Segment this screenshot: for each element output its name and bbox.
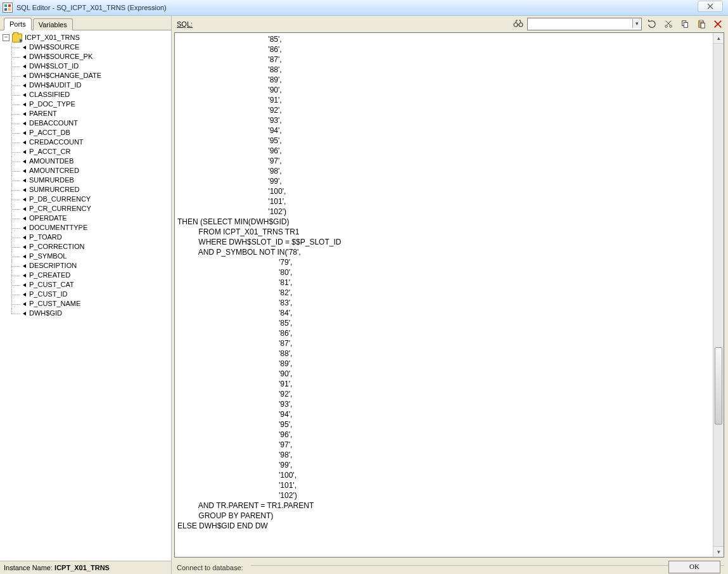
port-arrow-icon — [23, 226, 26, 230]
port-arrow-icon — [23, 141, 26, 144]
port-arrow-icon — [23, 217, 26, 220]
port-label: AMOUNTCRED — [23, 167, 79, 174]
port-label: CREDACCOUNT — [23, 138, 84, 146]
port-label: P_CUST_NAME — [23, 300, 80, 307]
left-pane: Ports Variables − ICPT_X01_TRNS DWH$SOUR… — [0, 16, 172, 574]
port-label: P_ACCT_DB — [23, 129, 70, 136]
scroll-thumb[interactable] — [715, 347, 722, 424]
port-item[interactable]: P_ACCT_CR — [6, 147, 170, 156]
port-arrow-icon — [23, 150, 26, 154]
port-arrow-icon — [23, 46, 26, 49]
scissors-icon — [664, 20, 673, 29]
scroll-up-button[interactable]: ▴ — [713, 33, 724, 44]
port-arrow-icon — [23, 112, 26, 116]
undo-button[interactable] — [646, 18, 658, 30]
port-item[interactable]: P_CR_CURRENCY — [6, 204, 170, 214]
tree-root[interactable]: − ICPT_X01_TRNS — [1, 33, 170, 42]
port-item[interactable]: AMOUNTDEB — [6, 156, 170, 166]
binoculars-icon[interactable] — [513, 20, 523, 29]
port-arrow-icon — [23, 198, 26, 201]
window-close-button[interactable] — [698, 1, 723, 12]
port-arrow-icon — [23, 245, 26, 249]
right-pane: SQL: ▾ — [172, 16, 728, 574]
scroll-down-button[interactable]: ▾ — [713, 546, 724, 557]
port-arrow-icon — [23, 274, 26, 277]
port-arrow-icon — [23, 84, 26, 87]
port-item[interactable]: DWH$AUDIT_ID — [6, 80, 170, 90]
port-item[interactable]: SUMRURCRED — [6, 185, 170, 195]
tab-ports[interactable]: Ports — [4, 18, 32, 30]
svg-rect-16 — [699, 20, 702, 22]
find-input[interactable] — [527, 18, 642, 30]
port-label: SUMRURDEB — [23, 176, 74, 184]
port-arrow-icon — [23, 55, 26, 59]
port-item[interactable]: P_ACCT_DB — [6, 128, 170, 137]
port-item[interactable]: DOCUMENTTYPE — [6, 223, 170, 233]
port-item[interactable]: P_CUST_NAME — [6, 299, 170, 309]
port-label: DWH$GID — [23, 309, 62, 317]
cut-button[interactable] — [662, 18, 675, 30]
port-arrow-icon — [23, 207, 26, 211]
port-item[interactable]: P_CUST_ID — [6, 290, 170, 299]
port-item[interactable]: DWH$GID — [6, 309, 170, 318]
port-item[interactable]: DEBACCOUNT — [6, 118, 170, 128]
copy-icon — [680, 20, 689, 29]
port-item[interactable]: SUMRURDEB — [6, 175, 170, 185]
port-arrow-icon — [23, 236, 26, 239]
port-label: AMOUNTDEB — [23, 157, 73, 165]
svg-point-10 — [670, 25, 672, 28]
titlebar: SQL Editor - SQ_ICPT_X01_TRNS (Expressio… — [0, 0, 728, 16]
copy-button[interactable] — [679, 18, 691, 30]
port-item[interactable]: P_SYMBOL — [6, 252, 170, 261]
port-item[interactable]: P_DB_CURRENCY — [6, 195, 170, 204]
connect-groupbox — [251, 565, 724, 574]
ok-button[interactable]: OK — [668, 561, 720, 573]
port-item[interactable]: CLASSIFIED — [6, 90, 170, 99]
svg-point-6 — [514, 23, 518, 27]
port-item[interactable]: AMOUNTCRED — [6, 166, 170, 175]
port-item[interactable]: DESCRIPTION — [6, 261, 170, 271]
port-arrow-icon — [23, 122, 26, 125]
port-label: P_SYMBOL — [23, 252, 67, 260]
body: Ports Variables − ICPT_X01_TRNS DWH$SOUR… — [0, 16, 728, 574]
ports-tree[interactable]: − ICPT_X01_TRNS DWH$SOURCEDWH$SOURCE_PKD… — [0, 30, 171, 561]
port-item[interactable]: P_CREATED — [6, 271, 170, 280]
tab-variables[interactable]: Variables — [33, 18, 73, 30]
port-item[interactable]: DWH$SOURCE_PK — [6, 52, 170, 61]
find-dropdown[interactable]: ▾ — [632, 19, 641, 28]
port-arrow-icon — [23, 179, 26, 182]
paste-button[interactable] — [695, 18, 708, 30]
sql-editor-window: SQL Editor - SQ_ICPT_X01_TRNS (Expressio… — [0, 0, 728, 574]
svg-rect-17 — [701, 23, 705, 28]
svg-rect-14 — [684, 22, 687, 27]
cancel-button[interactable] — [712, 18, 724, 30]
port-item[interactable]: P_CORRECTION — [6, 242, 170, 252]
sql-editor[interactable]: '85', '86', '87', '88', '89' — [175, 33, 713, 557]
port-item[interactable]: DWH$SLOT_ID — [6, 61, 170, 71]
port-item[interactable]: P_DOC_TYPE — [6, 99, 170, 109]
right-footer: Connect to database: OK — [172, 560, 728, 574]
port-label: SUMRURCRED — [23, 186, 79, 193]
port-item[interactable]: PARENT — [6, 109, 170, 118]
port-arrow-icon — [23, 74, 26, 78]
port-label: DWH$SLOT_ID — [23, 62, 79, 70]
sql-toolbar: SQL: ▾ — [172, 16, 728, 31]
port-arrow-icon — [23, 302, 26, 306]
port-item[interactable]: DWH$CHANGE_DATE — [6, 71, 170, 80]
port-item[interactable]: CREDACCOUNT — [6, 137, 170, 147]
port-arrow-icon — [23, 131, 26, 135]
svg-rect-2 — [4, 8, 7, 11]
port-item[interactable]: OPERDATE — [6, 214, 170, 223]
tree-toggle[interactable]: − — [3, 34, 10, 41]
close-icon — [707, 3, 713, 10]
port-item[interactable]: P_TOARD — [6, 233, 170, 242]
port-arrow-icon — [23, 169, 26, 173]
svg-rect-3 — [8, 8, 11, 11]
instance-value: ICPT_X01_TRNS — [54, 564, 110, 571]
tree-root-label: ICPT_X01_TRNS — [25, 33, 80, 42]
svg-line-11 — [667, 21, 671, 25]
scrollbar[interactable]: ▴ ▾ — [713, 33, 724, 557]
port-label: DWH$CHANGE_DATE — [23, 72, 101, 79]
port-item[interactable]: P_CUST_CAT — [6, 280, 170, 290]
port-item[interactable]: DWH$SOURCE — [6, 42, 170, 52]
